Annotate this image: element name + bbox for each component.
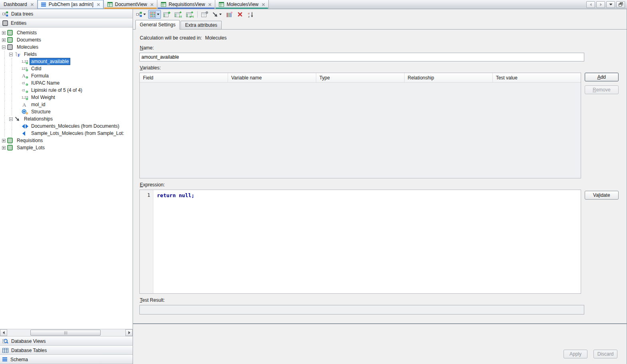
close-icon[interactable] (97, 3, 100, 6)
relationships-icon (14, 116, 20, 122)
svg-text:ct: ct (22, 88, 25, 92)
expander-minus-icon[interactable] (7, 53, 14, 56)
scroll-right-button[interactable] (125, 329, 133, 336)
scroll-left-button[interactable] (0, 329, 7, 336)
variables-table[interactable]: FieldVariable nameTypeRelationshipTest v… (139, 73, 581, 178)
tree-item-chemists[interactable]: Chemists (0, 29, 133, 36)
tree-item-relationships[interactable]: Relationships (0, 115, 133, 123)
tree-label: Lipinski rule of 5 (4 of 4) (30, 87, 83, 93)
tree-item-requisitions[interactable]: Requisitions (0, 137, 133, 144)
horizontal-scrollbar[interactable] (0, 329, 133, 336)
toolbar-separator (197, 11, 198, 18)
tab-general-settings[interactable]: General Settings (135, 20, 180, 30)
entities-icon (2, 20, 8, 26)
tree-item-iupac-name[interactable]: ctIUPAC Name (0, 79, 133, 87)
tree-item-lipinski-rule-of-5-4-of-4[interactable]: ctLipinski rule of 5 (4 of 4) (0, 87, 133, 94)
scroll-tabs-left-button[interactable] (586, 1, 595, 8)
panel-header-database-tables[interactable]: Database Tables (0, 346, 133, 355)
tree-item-structure[interactable]: Structure (0, 108, 133, 115)
tree-label: CdId (30, 65, 42, 72)
tab-list-button[interactable] (606, 1, 615, 8)
bottom-action-bar: Apply Discard (133, 324, 627, 364)
maximize-window-button[interactable] (616, 1, 625, 8)
test-result-field (139, 305, 584, 315)
tree-item-molecules[interactable]: Molecules (0, 44, 133, 51)
tab-label: PubChem [as admin] (49, 2, 93, 7)
dropdown-icon (609, 3, 613, 6)
scrollbar-track[interactable] (7, 329, 125, 336)
panel-header-database-views[interactable]: Database Views (0, 336, 133, 346)
expander-plus-icon[interactable] (0, 139, 7, 142)
toolbar-new-relationship-button[interactable] (210, 10, 223, 19)
toolbar-new-calculated-field-button[interactable]: a+b (185, 10, 195, 19)
column-header-relationship[interactable]: Relationship (405, 73, 493, 82)
tree-item-fields[interactable]: FFields (0, 51, 133, 58)
close-icon[interactable] (30, 3, 34, 6)
data-trees-icon (136, 12, 142, 17)
expander-plus-icon[interactable] (0, 38, 7, 42)
tree-item-sample-lots-molecules-from-sample-lot[interactable]: Sample_Lots_Molecules (from Sample_Lot: (0, 130, 133, 137)
tab-requisitionsview[interactable]: RequisitionsView (157, 0, 215, 9)
toolbar-data-tree-selector-button[interactable] (135, 10, 147, 19)
expression-editor[interactable]: 1 return null; (139, 190, 581, 294)
left-arrow-icon (2, 331, 5, 334)
remove-button[interactable]: Remove (585, 85, 619, 94)
discard-button[interactable]: Discard (593, 350, 617, 358)
close-icon[interactable] (150, 3, 154, 6)
toolbar-column-statistics-button[interactable] (224, 10, 234, 19)
toolbar-new-standard-field-button[interactable] (162, 10, 172, 19)
tab-pubchem-as-admin[interactable]: PubChem [as admin] (38, 0, 104, 9)
tree-item-mol-weight[interactable]: 1,23Mol Weight (0, 94, 133, 101)
panel-label: Schema (10, 357, 28, 362)
tree-item-mol-id[interactable]: Amol_id (0, 101, 133, 108)
toolbar-delete-button[interactable] (235, 10, 245, 19)
tab-moleculesview[interactable]: MoleculesView (215, 0, 269, 9)
toolbar-sort-button[interactable]: az (246, 10, 256, 19)
add-button[interactable]: Add (585, 73, 619, 81)
panel-header-entities[interactable]: Entities (0, 18, 133, 28)
name-input[interactable] (139, 53, 584, 61)
field-ct-new-icon: ct (22, 80, 29, 86)
panel-header-schema[interactable]: Schema (0, 355, 133, 364)
expander-minus-icon[interactable] (0, 46, 7, 49)
validate-button[interactable]: Validate (585, 191, 619, 200)
left-arrow-icon (589, 3, 592, 6)
tree-item-cdid[interactable]: 123CdId (0, 65, 133, 72)
close-icon[interactable] (262, 3, 265, 6)
tree-label: Structure (30, 109, 52, 115)
tree-item-formula[interactable]: AFormula (0, 72, 133, 79)
panel-header-data-trees[interactable]: Data trees (0, 9, 133, 18)
tab-extra-attributes[interactable]: Extra attributes (181, 21, 222, 29)
column-header-field[interactable]: Field (140, 73, 228, 82)
tab-dashboard[interactable]: Dashboard (0, 0, 38, 9)
tree-label: Sample_Lots_Molecules (from Sample_Lot: (30, 130, 125, 136)
toolbar-grid-view-button[interactable] (148, 10, 161, 19)
field-ct-new-icon: ct (22, 87, 29, 93)
toolbar-new-chemical-terms-field-button[interactable]: ct (173, 10, 184, 19)
apply-button[interactable]: Apply (564, 350, 587, 358)
tree-item-sample-lots[interactable]: Sample_Lots (0, 144, 133, 151)
close-icon[interactable] (208, 3, 212, 6)
column-header-test-value[interactable]: Test value (493, 73, 581, 82)
toolbar-promote-field-button[interactable] (200, 10, 210, 19)
tree-item-documents-molecules-from-documents[interactable]: Documents_Molecules (from Documents) (0, 123, 133, 130)
tree-item-amount-available[interactable]: 1,23amount_available (0, 58, 133, 65)
tree-label: Molecules (16, 44, 40, 50)
field-text-icon: A (22, 102, 29, 107)
expander-plus-icon[interactable] (0, 146, 7, 150)
scrollbar-thumb[interactable] (30, 330, 101, 336)
tree-item-documents[interactable]: Documents (0, 36, 133, 44)
column-header-variable-name[interactable]: Variable name (228, 73, 316, 82)
tab-documentview[interactable]: DocumentView (104, 0, 157, 9)
scroll-tabs-right-button[interactable] (596, 1, 605, 8)
dropdown-caret-icon (219, 14, 222, 15)
tree-label: Documents_Molecules (from Documents) (30, 123, 121, 129)
column-header-type[interactable]: Type (316, 73, 405, 82)
field-decimal-new-icon: 1,23 (22, 95, 29, 100)
expander-plus-icon[interactable] (0, 31, 7, 35)
expander-minus-icon[interactable] (7, 117, 14, 121)
variables-table-body[interactable] (140, 83, 581, 178)
tab-label: Dashboard (4, 2, 27, 7)
document-tab-bar: DashboardPubChem [as admin]DocumentViewR… (0, 0, 627, 9)
editor-code-area[interactable]: return null; (153, 190, 194, 293)
